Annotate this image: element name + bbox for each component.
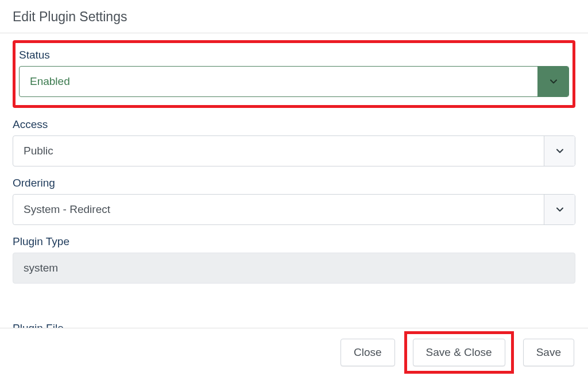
plugin-type-label: Plugin Type [13, 235, 575, 248]
plugin-file-label: Plugin File [0, 322, 64, 328]
ordering-select-caret [544, 195, 575, 224]
status-select-value: Enabled [20, 67, 537, 96]
access-select[interactable]: Public [13, 135, 575, 166]
chevron-down-icon [554, 145, 566, 157]
ordering-field: Ordering System - Redirect [13, 177, 575, 225]
modal-title: Edit Plugin Settings [0, 0, 588, 33]
access-label: Access [13, 118, 575, 131]
modal-footer: Close Save & Close Save [0, 328, 588, 376]
plugin-type-value: system [13, 253, 575, 284]
status-select-caret [537, 67, 568, 96]
save-and-close-button[interactable]: Save & Close [413, 339, 505, 366]
status-select[interactable]: Enabled [19, 66, 569, 97]
close-button[interactable]: Close [341, 339, 395, 366]
status-label: Status [19, 49, 569, 61]
chevron-down-icon [548, 76, 559, 87]
save-close-highlight-box: Save & Close [404, 331, 514, 374]
access-select-value: Public [13, 136, 544, 166]
access-field: Access Public [13, 118, 575, 166]
ordering-select[interactable]: System - Redirect [13, 194, 575, 225]
plugin-type-field: Plugin Type system [13, 235, 575, 284]
save-button[interactable]: Save [523, 339, 574, 366]
ordering-label: Ordering [13, 177, 575, 189]
chevron-down-icon [554, 204, 566, 215]
access-select-caret [544, 136, 575, 166]
edit-plugin-modal: Edit Plugin Settings Status Enabled Acc [0, 0, 588, 376]
ordering-select-value: System - Redirect [13, 195, 544, 224]
modal-body: Status Enabled Access Public [0, 33, 588, 328]
status-highlight-box: Status Enabled [13, 40, 575, 108]
